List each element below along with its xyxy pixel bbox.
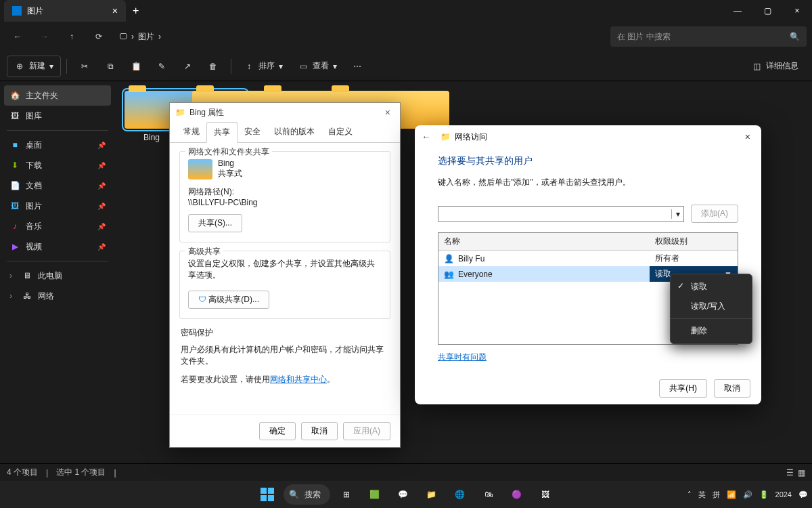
sidebar-item-downloads[interactable]: ⬇下载📌	[4, 155, 111, 175]
ime-lang[interactable]: 英	[698, 490, 706, 500]
window-tab[interactable]: 图片 ×	[4, 0, 126, 22]
search-input[interactable]: 在 图片 中搜索 🔍	[610, 26, 807, 47]
tab-sharing[interactable]: 共享	[206, 122, 238, 143]
share-button[interactable]: ↗	[175, 56, 200, 77]
pin-icon[interactable]: 📌	[97, 223, 106, 230]
menu-item-read[interactable]: 读取	[671, 277, 752, 297]
volume-icon[interactable]: 🔊	[743, 490, 752, 499]
tray-clock[interactable]: 2024	[775, 490, 792, 499]
details-pane-button[interactable]: ◫详细信息	[744, 56, 805, 77]
network-sharing-group: 网络文件和文件夹共享 Bing 共享式 网络路径(N): \\BILLYFU-P…	[179, 151, 390, 242]
taskbar-search[interactable]: 🔍搜索	[284, 484, 330, 505]
start-button[interactable]	[255, 482, 279, 507]
battery-icon[interactable]: 🔋	[759, 490, 769, 499]
tray-chevron-icon[interactable]: ˄	[687, 490, 692, 499]
sidebar-item-network[interactable]: ›🖧网络	[4, 286, 111, 306]
chevron-down-icon: ▾	[279, 62, 283, 71]
pin-icon[interactable]: 📌	[97, 243, 106, 251]
wifi-icon[interactable]: 📶	[727, 490, 736, 499]
col-name[interactable]: 名称	[438, 233, 650, 250]
pin-icon[interactable]: 📌	[97, 182, 106, 190]
nav-up-button[interactable]: ↑	[60, 26, 84, 47]
password-protect-group: 密码保护 用户必须具有此计算机的用户帐户和密码，才能访问共享文件夹。 若要更改此…	[179, 327, 390, 385]
menu-item-remove[interactable]: 删除	[671, 321, 752, 341]
sidebar-item-home[interactable]: 🏠主文件夹	[4, 85, 111, 106]
sidebar-item-music[interactable]: ♪音乐📌	[4, 216, 111, 236]
tab-previous-versions[interactable]: 以前的版本	[267, 122, 321, 142]
breadcrumb-seg[interactable]: 图片	[138, 31, 154, 43]
properties-titlebar[interactable]: 📁 Bing 属性 ×	[170, 103, 400, 122]
properties-dialog: 📁 Bing 属性 × 常规 共享 安全 以前的版本 自定义 网络文件和文件夹共…	[169, 102, 401, 448]
ime-mode[interactable]: 拼	[713, 490, 720, 500]
sidebar-item-videos[interactable]: ▶视频📌	[4, 236, 111, 257]
cut-button[interactable]: ✂	[72, 56, 97, 77]
taskbar-app[interactable]: 🟣	[505, 482, 529, 507]
taskbar-app[interactable]: 💬	[391, 482, 415, 507]
maximize-button[interactable]: ▢	[752, 0, 782, 22]
menu-item-readwrite[interactable]: 读取/写入	[671, 297, 752, 316]
view-button[interactable]: ▭查看▾	[291, 56, 344, 77]
nav-back-button[interactable]: ←	[5, 26, 30, 47]
network-access-dialog: ← 📁 网络访问 × 选择要与其共享的用户 键入名称，然后单击"添加"，或者单击…	[415, 125, 761, 404]
pin-icon[interactable]: 📌	[97, 203, 106, 210]
advanced-sharing-group: 高级共享 设置自定义权限，创建多个共享，并设置其他高级共享选项。 🛡 高级共享(…	[179, 251, 390, 319]
close-button[interactable]: ×	[741, 130, 754, 144]
cancel-button[interactable]: 取消	[714, 379, 750, 398]
folder-icon: 📁	[175, 108, 185, 117]
nav-forward-button: →	[32, 26, 57, 47]
minimize-button[interactable]: —	[723, 0, 752, 22]
tab-customize[interactable]: 自定义	[321, 122, 359, 142]
advanced-sharing-button[interactable]: 🛡 高级共享(D)...	[188, 291, 269, 309]
notifications-icon[interactable]: 💬	[798, 490, 808, 499]
sidebar-item-documents[interactable]: 📄文档📌	[4, 175, 111, 196]
properties-tabs: 常规 共享 安全 以前的版本 自定义	[170, 122, 400, 143]
taskbar-explorer[interactable]: 📁	[420, 482, 444, 507]
table-row[interactable]: 👤Billy Fu 所有者	[438, 251, 738, 266]
cancel-button[interactable]: 取消	[301, 422, 338, 440]
window-controls: — ▢ ×	[723, 0, 812, 22]
breadcrumb[interactable]: 🖵› 图片›	[119, 31, 161, 43]
pin-icon[interactable]: 📌	[97, 142, 106, 149]
sidebar-item-gallery[interactable]: 🖼图库	[4, 106, 111, 126]
user-combobox[interactable]: ▾	[438, 206, 684, 222]
taskbar-store[interactable]: 🛍	[476, 482, 501, 507]
taskbar-edge[interactable]: 🌐	[448, 482, 472, 507]
network-center-link[interactable]: 网络和共享中心	[270, 375, 327, 384]
col-permission[interactable]: 权限级别	[650, 233, 738, 250]
cut-icon: ✂	[79, 62, 90, 71]
close-tab-icon[interactable]: ×	[112, 5, 118, 16]
new-button[interactable]: ⊕新建▾	[7, 56, 61, 77]
sidebar-item-desktop[interactable]: ■桌面📌	[4, 135, 111, 155]
task-view-button[interactable]: ⊞	[334, 482, 359, 507]
close-window-button[interactable]: ×	[782, 0, 812, 22]
nav-refresh-button[interactable]: ⟳	[87, 26, 111, 47]
pin-icon[interactable]: 📌	[97, 162, 106, 169]
add-tab-button[interactable]: +	[126, 5, 145, 17]
ok-button[interactable]: 确定	[259, 422, 296, 440]
tab-general[interactable]: 常规	[177, 122, 206, 142]
sidebar-item-thispc[interactable]: ›🖥此电脑	[4, 266, 111, 286]
chevron-down-icon[interactable]: ▾	[671, 209, 683, 219]
sidebar-item-pictures[interactable]: 🖼图片📌	[4, 196, 111, 216]
copy-icon: ⧉	[105, 62, 116, 71]
more-button[interactable]: ⋯	[345, 56, 369, 77]
chevron-right-icon: ›	[9, 291, 16, 301]
taskbar-app[interactable]: 🟩	[363, 482, 387, 507]
taskbar-app[interactable]: 🖼	[533, 482, 558, 507]
delete-button[interactable]: 🗑	[201, 56, 225, 77]
paste-button[interactable]: 📋	[124, 56, 148, 77]
copy-button[interactable]: ⧉	[98, 56, 122, 77]
share-trouble-link[interactable]: 共享时有问题	[438, 352, 487, 362]
tab-security[interactable]: 安全	[238, 122, 267, 142]
tab-title: 图片	[27, 5, 43, 17]
sort-button[interactable]: ↕排序▾	[237, 56, 290, 77]
rename-button[interactable]: ✎	[150, 56, 174, 77]
thumbnails-view-icon[interactable]: ▦	[798, 468, 805, 478]
share-button[interactable]: 共享(S)...	[188, 214, 242, 232]
share-confirm-button[interactable]: 共享(H)	[659, 379, 707, 398]
close-button[interactable]: ×	[381, 106, 394, 119]
back-button[interactable]: ←	[422, 131, 431, 142]
share-dialog-titlebar[interactable]: ← 📁 网络访问 ×	[415, 125, 761, 148]
details-view-icon[interactable]: ☰	[786, 468, 794, 478]
chevron-down-icon: ▾	[49, 62, 53, 71]
